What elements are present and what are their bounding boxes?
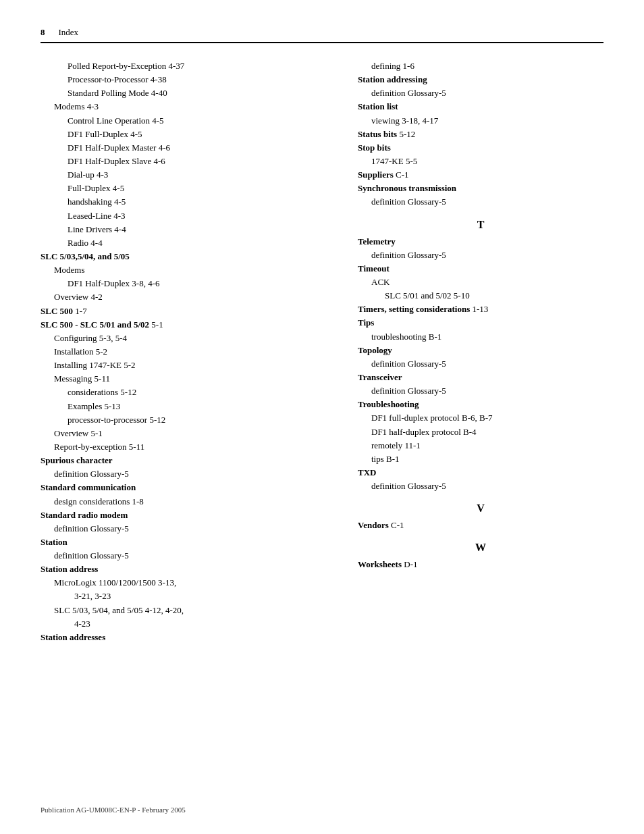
list-item: DF1 Half-Duplex Master 4-6	[41, 141, 331, 155]
section-letter: V	[358, 502, 603, 515]
list-item: DF1 half-duplex protocol B-4	[358, 425, 603, 439]
list-item: Modems 4-3	[41, 100, 331, 113]
list-item: Report-by-exception 5-11	[41, 440, 331, 454]
list-item: SLC 500 1-7	[41, 305, 331, 318]
list-item: viewing 3-18, 4-17	[358, 114, 603, 128]
footer-text: Publication AG-UM008C-EN-P - February 20…	[41, 806, 186, 814]
list-item: defining 1-6	[358, 59, 603, 73]
list-item: Vendors C-1	[358, 519, 603, 532]
section-letter: T	[358, 219, 603, 231]
list-item: Installation 5-2	[41, 345, 331, 359]
list-item: Station list	[358, 100, 603, 113]
list-item: definition Glossary-5	[358, 357, 603, 371]
list-item: handshaking 4-5	[41, 195, 331, 209]
list-item: Radio 4-4	[41, 236, 331, 250]
list-item: Polled Report-by-Exception 4-37	[41, 59, 331, 73]
list-item: SLC 500 - SLC 5/01 and 5/02 5-1	[41, 318, 331, 332]
list-item: Status bits 5-12	[358, 128, 603, 141]
list-item: definition Glossary-5	[358, 479, 603, 493]
list-item: definition Glossary-5	[41, 467, 331, 481]
list-item: Transceiver	[358, 371, 603, 384]
list-item: remotely 11-1	[358, 439, 603, 452]
list-item: Dial-up 4-3	[41, 168, 331, 182]
page-number: 8	[41, 27, 45, 38]
list-item: DF1 Full-Duplex 4-5	[41, 128, 331, 141]
list-item: DF1 Half-Duplex Slave 4-6	[41, 155, 331, 168]
list-item: definition Glossary-5	[41, 549, 331, 563]
list-item: Station addressing	[358, 73, 603, 86]
list-item: Standard Polling Mode 4-40	[41, 86, 331, 100]
list-item: DF1 full-duplex protocol B-6, B-7	[358, 411, 603, 425]
list-item: 4-23	[41, 617, 331, 631]
footer: Publication AG-UM008C-EN-P - February 20…	[41, 806, 186, 814]
list-item: Processor-to-Processor 4-38	[41, 73, 331, 86]
list-item: DF1 Half-Duplex 3-8, 4-6	[41, 277, 331, 290]
list-item: tips B-1	[358, 452, 603, 466]
list-item: TXD	[358, 466, 603, 479]
list-item: Worksheets D-1	[358, 558, 603, 571]
list-item: MicroLogix 1100/1200/1500 3-13,	[41, 576, 331, 590]
left-column: Polled Report-by-Exception 4-37Processor…	[41, 59, 331, 644]
list-item: Tips	[358, 316, 603, 330]
list-item: SLC 5/03, 5/04, and 5/05 4-12, 4-20,	[41, 604, 331, 617]
list-item: Configuring 5-3, 5-4	[41, 332, 331, 345]
list-item: Overview 4-2	[41, 290, 331, 304]
list-item: 3-21, 3-23	[41, 590, 331, 603]
page-header: 8 Index	[41, 27, 603, 43]
list-item: definition Glossary-5	[358, 195, 603, 209]
list-item: troubleshooting B-1	[358, 330, 603, 344]
list-item: definition Glossary-5	[358, 86, 603, 100]
header-title: Index	[59, 27, 79, 38]
list-item: Examples 5-13	[41, 400, 331, 413]
list-item: definition Glossary-5	[41, 522, 331, 536]
list-item: Spurious character	[41, 454, 331, 467]
page: 8 Index Polled Report-by-Exception 4-37P…	[0, 0, 644, 834]
list-item: Standard communication	[41, 481, 331, 494]
right-column: defining 1-6Station addressingdefinition…	[358, 59, 603, 644]
list-item: Leased-Line 4-3	[41, 209, 331, 223]
list-item: Line Drivers 4-4	[41, 223, 331, 236]
list-item: Timers, setting considerations 1-13	[358, 303, 603, 316]
list-item: Stop bits	[358, 141, 603, 155]
list-item: ACK	[358, 276, 603, 289]
list-item: Messaging 5-11	[41, 372, 331, 386]
list-item: Installing 1747-KE 5-2	[41, 359, 331, 372]
list-item: Modems	[41, 263, 331, 277]
list-item: processor-to-processor 5-12	[41, 413, 331, 427]
list-item: SLC 5/03,5/04, and 5/05	[41, 250, 331, 263]
list-item: Station addresses	[41, 631, 331, 644]
list-item: Station	[41, 536, 331, 549]
list-item: Telemetry	[358, 235, 603, 249]
list-item: Standard radio modem	[41, 509, 331, 522]
list-item: Troubleshooting	[358, 398, 603, 411]
list-item: Suppliers C-1	[358, 168, 603, 182]
index-content: Polled Report-by-Exception 4-37Processor…	[41, 59, 603, 644]
list-item: 1747-KE 5-5	[358, 155, 603, 168]
list-item: considerations 5-12	[41, 386, 331, 399]
list-item: definition Glossary-5	[358, 249, 603, 262]
list-item: Full-Duplex 4-5	[41, 182, 331, 195]
section-letter: W	[358, 542, 603, 554]
list-item: Synchronous transmission	[358, 182, 603, 195]
list-item: Overview 5-1	[41, 427, 331, 440]
list-item: design considerations 1-8	[41, 495, 331, 509]
list-item: SLC 5/01 and 5/02 5-10	[358, 289, 603, 303]
list-item: Station address	[41, 563, 331, 576]
list-item: definition Glossary-5	[358, 384, 603, 398]
list-item: Control Line Operation 4-5	[41, 114, 331, 128]
list-item: Topology	[358, 344, 603, 357]
list-item: Timeout	[358, 262, 603, 276]
